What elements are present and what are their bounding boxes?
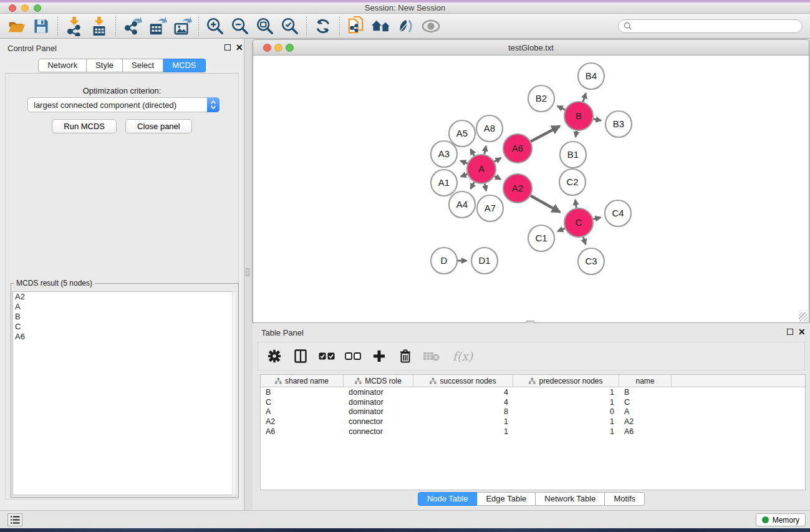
select-all-rows-button[interactable] bbox=[318, 346, 335, 366]
column-header-successor-nodes[interactable]: successor nodes bbox=[413, 375, 513, 387]
table-cell[interactable]: dominator bbox=[344, 407, 413, 416]
export-network-button[interactable] bbox=[120, 15, 145, 37]
maximize-network-button[interactable] bbox=[286, 44, 294, 52]
graph-node-B2[interactable]: B2 bbox=[528, 85, 554, 112]
column-header-name[interactable]: name bbox=[619, 375, 672, 387]
edge-B-B3[interactable] bbox=[594, 119, 601, 121]
delete-column-button[interactable] bbox=[397, 346, 414, 366]
window-resize-grip[interactable] bbox=[799, 312, 808, 321]
open-session-button[interactable] bbox=[4, 15, 29, 37]
column-header-MCDS-role[interactable]: MCDS role bbox=[344, 375, 413, 387]
tab-network-table[interactable]: Network Table bbox=[536, 492, 605, 506]
tab-network[interactable]: Network bbox=[38, 59, 87, 72]
tab-style[interactable]: Style bbox=[87, 59, 123, 72]
edge-A-A2[interactable] bbox=[494, 176, 501, 179]
graph-node-A[interactable]: A bbox=[467, 155, 496, 183]
graphics-details-button[interactable] bbox=[393, 15, 418, 37]
table-cell[interactable]: A bbox=[261, 407, 344, 416]
table-cell[interactable]: dominator bbox=[344, 388, 413, 397]
table-cell[interactable]: 4 bbox=[413, 388, 513, 397]
edge-C-C3[interactable] bbox=[583, 237, 586, 244]
save-session-button[interactable] bbox=[29, 15, 54, 37]
tab-node-table[interactable]: Node Table bbox=[418, 492, 478, 506]
import-table-button[interactable] bbox=[87, 15, 112, 37]
zoom-fit-button[interactable] bbox=[253, 15, 277, 37]
graph-node-C4[interactable]: C4 bbox=[605, 200, 631, 226]
close-panel-icon[interactable]: ✕ bbox=[236, 44, 243, 51]
edge-A2-C[interactable] bbox=[531, 196, 560, 212]
tab-select[interactable]: Select bbox=[123, 59, 163, 72]
graph-node-A6[interactable]: A6 bbox=[503, 134, 532, 163]
table-cell[interactable]: 1 bbox=[513, 398, 619, 407]
zoom-in-button[interactable] bbox=[203, 15, 228, 37]
edge-C-C4[interactable] bbox=[593, 218, 600, 220]
graph-node-B[interactable]: B bbox=[564, 102, 593, 130]
graph-node-A2[interactable]: A2 bbox=[503, 174, 532, 203]
graph-node-B4[interactable]: B4 bbox=[578, 63, 604, 89]
graph-node-C2[interactable]: C2 bbox=[559, 169, 586, 195]
graph-node-A3[interactable]: A3 bbox=[431, 141, 457, 167]
edge-A-A1[interactable] bbox=[461, 174, 468, 177]
table-cell[interactable]: A bbox=[619, 407, 672, 416]
export-table-button[interactable] bbox=[145, 15, 170, 37]
edge-A-A4[interactable] bbox=[471, 182, 475, 189]
column-header-predecessor-nodes[interactable]: predecessor nodes bbox=[513, 375, 619, 387]
table-row[interactable]: A2connector11A2 bbox=[261, 417, 805, 427]
graph-node-B3[interactable]: B3 bbox=[605, 111, 632, 137]
graph-node-A7[interactable]: A7 bbox=[477, 195, 503, 221]
table-cell[interactable]: B bbox=[261, 388, 344, 397]
import-network-button[interactable] bbox=[62, 15, 87, 37]
graph-node-D1[interactable]: D1 bbox=[471, 248, 498, 274]
table-settings-button[interactable] bbox=[266, 346, 283, 366]
run-mcds-button[interactable]: Run MCDS bbox=[52, 119, 117, 133]
add-column-button[interactable] bbox=[370, 346, 388, 366]
refresh-view-button[interactable] bbox=[311, 15, 335, 37]
export-image-button[interactable] bbox=[170, 15, 195, 37]
criterion-dropdown[interactable]: largest connected component (directed) bbox=[27, 97, 219, 112]
column-header-shared-name[interactable]: shared name bbox=[261, 375, 344, 387]
table-cell[interactable]: A2 bbox=[261, 417, 344, 426]
function-builder-button[interactable]: f(x) bbox=[449, 346, 476, 366]
table-cell[interactable]: 1 bbox=[513, 417, 619, 426]
graph-node-A8[interactable]: A8 bbox=[476, 115, 503, 142]
close-network-button[interactable] bbox=[263, 44, 271, 52]
delete-table-button[interactable] bbox=[423, 346, 440, 366]
edge-B-B1[interactable] bbox=[576, 131, 576, 137]
edge-A-A5[interactable] bbox=[471, 149, 475, 156]
graph-node-C1[interactable]: C1 bbox=[528, 225, 554, 251]
table-cell[interactable]: B bbox=[619, 388, 672, 397]
graph-node-A5[interactable]: A5 bbox=[449, 120, 475, 147]
minimize-window-button[interactable] bbox=[21, 4, 29, 12]
column-layout-button[interactable] bbox=[292, 346, 309, 366]
graph-node-D[interactable]: D bbox=[431, 248, 457, 274]
table-cell[interactable]: A6 bbox=[619, 427, 672, 436]
deselect-all-rows-button[interactable] bbox=[344, 346, 362, 366]
edge-A-A3[interactable] bbox=[461, 161, 468, 163]
close-panel-button[interactable]: Close panel bbox=[125, 119, 192, 133]
vertical-splitter-handle[interactable] bbox=[246, 268, 249, 276]
mcds-result-item[interactable]: A2 bbox=[13, 292, 233, 302]
table-cell[interactable]: 8 bbox=[413, 407, 513, 416]
mcds-list-scrollbar[interactable] bbox=[232, 291, 237, 495]
graph-node-B1[interactable]: B1 bbox=[560, 142, 586, 168]
table-cell[interactable]: C bbox=[619, 398, 672, 407]
table-row[interactable]: Bdominator41B bbox=[261, 387, 805, 397]
float-table-panel-icon[interactable] bbox=[787, 329, 793, 335]
edge-A-A6[interactable] bbox=[494, 158, 501, 162]
mcds-result-item[interactable]: A6 bbox=[13, 332, 233, 342]
table-cell[interactable]: 4 bbox=[413, 398, 513, 407]
search-input[interactable] bbox=[632, 22, 797, 31]
table-cell[interactable]: connector bbox=[344, 427, 413, 436]
graph-node-C3[interactable]: C3 bbox=[578, 248, 604, 274]
zoom-selected-button[interactable] bbox=[277, 15, 302, 37]
mcds-result-item[interactable]: A bbox=[13, 302, 233, 312]
edge-B-B2[interactable] bbox=[557, 106, 565, 110]
mcds-result-item[interactable]: C bbox=[13, 322, 233, 332]
close-window-button[interactable] bbox=[9, 4, 16, 12]
edge-A6-B[interactable] bbox=[531, 126, 559, 142]
table-cell[interactable]: A6 bbox=[261, 427, 344, 436]
network-from-selection-button[interactable] bbox=[344, 15, 369, 37]
edge-B-B4[interactable] bbox=[583, 93, 586, 102]
zoom-out-button[interactable] bbox=[228, 15, 253, 37]
tab-edge-table[interactable]: Edge Table bbox=[477, 492, 536, 506]
